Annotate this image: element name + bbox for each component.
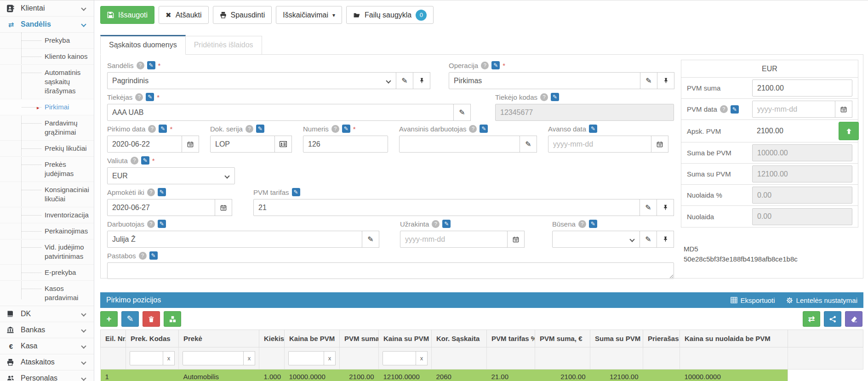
- calendar-icon[interactable]: [215, 199, 232, 216]
- pvm-tarifas-input[interactable]: [253, 199, 640, 216]
- numeris-input[interactable]: [303, 136, 388, 153]
- help-icon[interactable]: ?: [147, 220, 155, 228]
- help-icon[interactable]: ?: [246, 125, 253, 133]
- sidebar-item-personalas[interactable]: Personalas: [0, 370, 94, 381]
- sidebar-item-inventorizacija[interactable]: Inventorizacija: [0, 207, 94, 223]
- help-icon[interactable]: ?: [331, 125, 339, 133]
- pirkimo-data-input[interactable]: [107, 136, 182, 153]
- table-settings-link[interactable]: Lentelės nustatymai: [786, 296, 857, 304]
- col-header[interactable]: Prierašas: [643, 330, 680, 347]
- exchange-positions-button[interactable]: ⇄: [803, 311, 820, 327]
- edit-field-icon[interactable]: ✎: [158, 188, 166, 196]
- edit-position-button[interactable]: ✎: [121, 311, 139, 327]
- edit-field-icon[interactable]: ✎: [141, 156, 149, 165]
- help-icon[interactable]: ?: [481, 62, 489, 69]
- copy-positions-button[interactable]: [164, 311, 181, 327]
- sidebar-item-kliento-kainos[interactable]: Kliento kainos: [0, 49, 94, 65]
- clear-positions-button[interactable]: [845, 311, 862, 327]
- avansinis-darbuotojas-input[interactable]: [399, 136, 520, 153]
- col-header[interactable]: Kor. Sąskaita: [432, 330, 487, 347]
- col-header[interactable]: PVM tarifas %: [487, 330, 535, 347]
- export-link[interactable]: Eksportuoti: [731, 296, 775, 304]
- col-header[interactable]: Prekė: [179, 330, 259, 347]
- apply-vat-up-button[interactable]: [839, 122, 859, 140]
- share-positions-button[interactable]: [824, 311, 841, 327]
- edit-field-icon[interactable]: ✎: [158, 220, 166, 228]
- tab-pridetines-islaidos[interactable]: Pridėtinės išlaidos: [186, 36, 262, 55]
- col-header[interactable]: Kaina su PVM: [379, 330, 432, 347]
- help-icon[interactable]: ?: [432, 220, 440, 228]
- sidebar-item-kasa[interactable]: € Kasa: [0, 338, 94, 354]
- calendar-icon[interactable]: [182, 136, 199, 153]
- help-icon[interactable]: ?: [137, 62, 144, 69]
- edit-operacija-button[interactable]: ✎: [640, 72, 657, 89]
- sidebar-item-pirkimai[interactable]: ▸Pirkimai: [0, 99, 94, 115]
- edit-field-icon[interactable]: ✎: [159, 125, 167, 133]
- cancel-button[interactable]: ✖ Atšaukti: [159, 6, 209, 24]
- help-icon[interactable]: ?: [148, 125, 156, 133]
- sidebar-item-sandelis[interactable]: ⇄ Sandėlis: [0, 17, 94, 33]
- sidebar-item-vid-judejimo-patvirtinimas[interactable]: Vid. judėjimo patvirtinimas: [0, 239, 94, 265]
- sidebar-item-prekiu-likuciai[interactable]: Prekių likučiai: [0, 141, 94, 157]
- col-header[interactable]: Suma su PVM: [590, 330, 643, 347]
- sidebar-item-prekyba[interactable]: Prekyba: [0, 33, 94, 49]
- edit-field-icon[interactable]: ✎: [147, 61, 155, 69]
- sidebar-item-prekes-judejimas[interactable]: Prekės judėjimas: [0, 157, 94, 182]
- help-icon[interactable]: ?: [139, 252, 147, 260]
- edit-field-icon[interactable]: ✎: [442, 220, 451, 228]
- edit-field-icon[interactable]: ✎: [480, 125, 488, 133]
- series-card-icon[interactable]: [274, 136, 292, 153]
- avanso-data-input[interactable]: [548, 136, 651, 153]
- clear-filter-button[interactable]: x: [324, 351, 336, 365]
- help-icon[interactable]: ?: [469, 125, 477, 133]
- clear-filter-button[interactable]: x: [243, 351, 255, 365]
- uzrakinta-input[interactable]: [400, 231, 508, 248]
- pin-operacija-button[interactable]: [657, 72, 674, 89]
- filter-kaina-be-pvm-input[interactable]: [288, 351, 324, 365]
- pvm-suma-input[interactable]: [752, 80, 852, 97]
- edit-pvm-tarifas-button[interactable]: ✎: [640, 199, 657, 216]
- delete-position-button[interactable]: [143, 311, 160, 327]
- sidebar-item-dk[interactable]: DK: [0, 306, 94, 322]
- edit-field-icon[interactable]: ✎: [551, 93, 559, 101]
- filter-preke-input[interactable]: [183, 351, 244, 365]
- edit-tiekejas-button[interactable]: ✎: [453, 104, 471, 121]
- pin-pvm-tarifas-button[interactable]: [657, 199, 674, 216]
- darbuotojas-input[interactable]: [107, 231, 362, 248]
- edit-field-icon[interactable]: ✎: [146, 93, 154, 101]
- edit-darbuotojas-button[interactable]: ✎: [362, 231, 379, 248]
- valiuta-select[interactable]: EUR: [107, 167, 235, 184]
- help-icon[interactable]: ?: [131, 157, 138, 165]
- sidebar-item-ataskaitos[interactable]: Ataskaitos: [0, 354, 94, 370]
- edit-field-icon[interactable]: ✎: [491, 61, 500, 69]
- col-header[interactable]: Kaina be PVM: [285, 330, 340, 347]
- help-icon[interactable]: ?: [720, 105, 728, 113]
- edit-field-icon[interactable]: ✎: [731, 105, 739, 114]
- tab-saskaitos-duomenys[interactable]: Sąskaitos duomenys: [100, 35, 186, 55]
- col-header[interactable]: Kiekis: [259, 330, 285, 347]
- help-icon[interactable]: ?: [147, 188, 155, 196]
- sidebar-item-automatinis-saskaitu-israsymas[interactable]: Automatinis sąskaitų išrašymas: [0, 65, 94, 99]
- col-header[interactable]: Eil. Nr.: [101, 330, 126, 347]
- sidebar-item-kasos-pardavimai[interactable]: Kasos pardavimai: [0, 281, 94, 306]
- edit-field-icon[interactable]: ✎: [589, 220, 597, 228]
- edit-avansinis-button[interactable]: ✎: [520, 136, 537, 153]
- calculations-dropdown-button[interactable]: Išskaičiavimai ▾: [276, 6, 342, 24]
- help-icon[interactable]: ?: [578, 220, 586, 228]
- print-button[interactable]: Spausdinti: [213, 6, 272, 24]
- edit-field-icon[interactable]: ✎: [589, 125, 597, 133]
- sandelis-select[interactable]: Pagrindinis: [107, 72, 396, 89]
- sidebar-item-konsignaciniai-likuciai[interactable]: Konsignaciniai likučiai: [0, 182, 94, 207]
- col-header[interactable]: Kaina su nuolaida be PVM: [680, 330, 788, 347]
- busena-select[interactable]: [552, 231, 640, 248]
- calendar-icon[interactable]: [651, 136, 668, 153]
- add-position-button[interactable]: +: [100, 311, 118, 327]
- pastabos-textarea[interactable]: [107, 262, 674, 279]
- calendar-icon[interactable]: [835, 101, 852, 118]
- clear-filter-button[interactable]: x: [416, 351, 428, 365]
- tiekejas-input[interactable]: [107, 104, 454, 121]
- apmoketi-iki-input[interactable]: [107, 199, 215, 216]
- edit-busena-button[interactable]: ✎: [640, 231, 657, 248]
- file-storage-button[interactable]: Failų saugykla 0: [346, 6, 434, 24]
- sidebar-item-bankas[interactable]: Bankas: [0, 322, 94, 338]
